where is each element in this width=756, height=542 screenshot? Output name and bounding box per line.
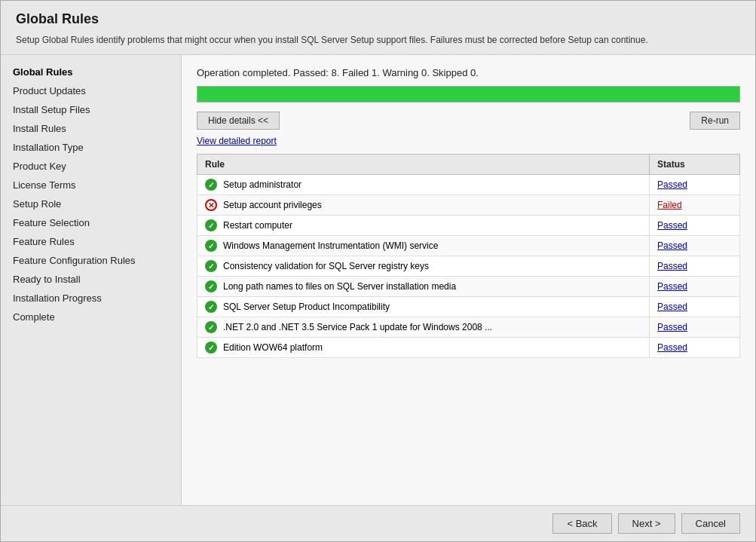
pass-icon: ✓ (205, 179, 217, 191)
sidebar-item-setup-role[interactable]: Setup Role (1, 194, 181, 213)
pass-icon: ✓ (205, 240, 217, 252)
status-failed-link[interactable]: Failed (657, 200, 682, 210)
fail-icon: ✕ (205, 199, 217, 211)
sidebar-item-ready-to-install[interactable]: Ready to Install (1, 270, 181, 289)
col-header-rule: Rule (197, 155, 650, 175)
status-passed-link[interactable]: Passed (657, 322, 687, 332)
next-button[interactable]: Next > (618, 513, 675, 534)
rule-text: Setup account privileges (223, 200, 322, 210)
rule-text: Windows Management Instrumentation (WMI)… (223, 240, 438, 251)
col-header-status: Status (650, 155, 740, 175)
sidebar-item-complete[interactable]: Complete (1, 308, 181, 326)
rule-cell: ✓Consistency validation for SQL Server r… (197, 256, 650, 277)
sidebar-item-product-key[interactable]: Product Key (1, 157, 181, 176)
sidebar-item-feature-selection[interactable]: Feature Selection (1, 213, 181, 232)
rule-cell: ✓Edition WOW64 platform (197, 338, 650, 358)
table-header-row: Rule Status (197, 155, 740, 175)
sidebar: Global RulesProduct UpdatesInstall Setup… (1, 55, 182, 505)
rule-text: Consistency validation for SQL Server re… (223, 261, 429, 271)
status-passed-link[interactable]: Passed (657, 302, 687, 312)
status-cell[interactable]: Passed (650, 216, 740, 236)
rule-text: Restart computer (223, 220, 292, 231)
status-cell[interactable]: Passed (650, 317, 740, 338)
rule-cell: ✕Setup account privileges (197, 195, 650, 216)
progress-bar-fill (197, 87, 739, 102)
sidebar-item-product-updates[interactable]: Product Updates (1, 81, 181, 100)
table-row: ✓Restart computerPassed (197, 216, 740, 236)
page-description: Setup Global Rules identify problems tha… (16, 33, 664, 47)
status-passed-link[interactable]: Passed (657, 261, 687, 271)
rules-table: Rule Status ✓Setup administratorPassed✕S… (197, 154, 740, 358)
status-passed-link[interactable]: Passed (657, 342, 687, 353)
sidebar-item-global-rules[interactable]: Global Rules (1, 63, 181, 81)
pass-icon: ✓ (205, 301, 217, 313)
pass-icon: ✓ (205, 341, 217, 354)
status-cell[interactable]: Passed (650, 297, 740, 317)
status-cell[interactable]: Failed (650, 195, 740, 216)
table-row: ✓Setup administratorPassed (197, 175, 740, 195)
status-passed-link[interactable]: Passed (657, 179, 687, 190)
pass-icon: ✓ (205, 260, 217, 272)
rule-text: Edition WOW64 platform (223, 342, 323, 353)
rules-table-wrapper: Rule Status ✓Setup administratorPassed✕S… (197, 154, 740, 493)
status-passed-link[interactable]: Passed (657, 240, 687, 251)
window-header: Global Rules Setup Global Rules identify… (1, 1, 755, 55)
cancel-button[interactable]: Cancel (681, 513, 740, 534)
table-row: ✓Windows Management Instrumentation (WMI… (197, 236, 740, 256)
view-report-link[interactable]: View detailed report (197, 136, 740, 146)
window-footer: < Back Next > Cancel (1, 505, 755, 541)
hide-details-button[interactable]: Hide details << (197, 112, 280, 130)
status-cell[interactable]: Passed (650, 277, 740, 297)
window-body: Global RulesProduct UpdatesInstall Setup… (1, 55, 755, 505)
back-button[interactable]: < Back (552, 513, 611, 534)
status-cell[interactable]: Passed (650, 256, 740, 277)
table-row: ✓.NET 2.0 and .NET 3.5 Service Pack 1 up… (197, 317, 740, 338)
sidebar-item-license-terms[interactable]: License Terms (1, 176, 181, 194)
rule-text: .NET 2.0 and .NET 3.5 Service Pack 1 upd… (223, 322, 492, 332)
rule-text: Long path names to files on SQL Server i… (223, 281, 456, 292)
toolbar: Hide details << Re-run (197, 112, 740, 130)
rule-cell: ✓Long path names to files on SQL Server … (197, 277, 650, 297)
status-passed-link[interactable]: Passed (657, 220, 687, 231)
table-row: ✓SQL Server Setup Product Incompatibilit… (197, 297, 740, 317)
status-cell[interactable]: Passed (650, 236, 740, 256)
progress-bar-container (197, 86, 740, 103)
sidebar-item-feature-rules[interactable]: Feature Rules (1, 232, 181, 251)
status-passed-link[interactable]: Passed (657, 281, 687, 292)
pass-icon: ✓ (205, 219, 217, 231)
rule-cell: ✓Windows Management Instrumentation (WMI… (197, 236, 650, 256)
table-row: ✓Consistency validation for SQL Server r… (197, 256, 740, 277)
table-row: ✓Long path names to files on SQL Server … (197, 277, 740, 297)
main-window: Global Rules Setup Global Rules identify… (0, 0, 756, 542)
rule-text: SQL Server Setup Product Incompatibility (223, 302, 390, 312)
sidebar-item-install-setup-files[interactable]: Install Setup Files (1, 100, 181, 119)
rule-cell: ✓.NET 2.0 and .NET 3.5 Service Pack 1 up… (197, 317, 650, 338)
status-cell[interactable]: Passed (650, 338, 740, 358)
page-title: Global Rules (16, 11, 740, 27)
pass-icon: ✓ (205, 321, 217, 333)
table-row: ✓Edition WOW64 platformPassed (197, 338, 740, 358)
rule-cell: ✓Setup administrator (197, 175, 650, 195)
main-content: Operation completed. Passed: 8. Failed 1… (182, 55, 755, 505)
pass-icon: ✓ (205, 280, 217, 292)
sidebar-item-install-rules[interactable]: Install Rules (1, 119, 181, 138)
rule-cell: ✓Restart computer (197, 216, 650, 236)
sidebar-item-installation-progress[interactable]: Installation Progress (1, 289, 181, 308)
rule-cell: ✓SQL Server Setup Product Incompatibilit… (197, 297, 650, 317)
status-cell[interactable]: Passed (650, 175, 740, 195)
rerun-button[interactable]: Re-run (690, 112, 740, 130)
sidebar-item-feature-configuration-rules[interactable]: Feature Configuration Rules (1, 251, 181, 270)
status-text: Operation completed. Passed: 8. Failed 1… (197, 67, 740, 78)
sidebar-item-installation-type[interactable]: Installation Type (1, 138, 181, 157)
table-row: ✕Setup account privilegesFailed (197, 195, 740, 216)
rule-text: Setup administrator (223, 179, 301, 190)
